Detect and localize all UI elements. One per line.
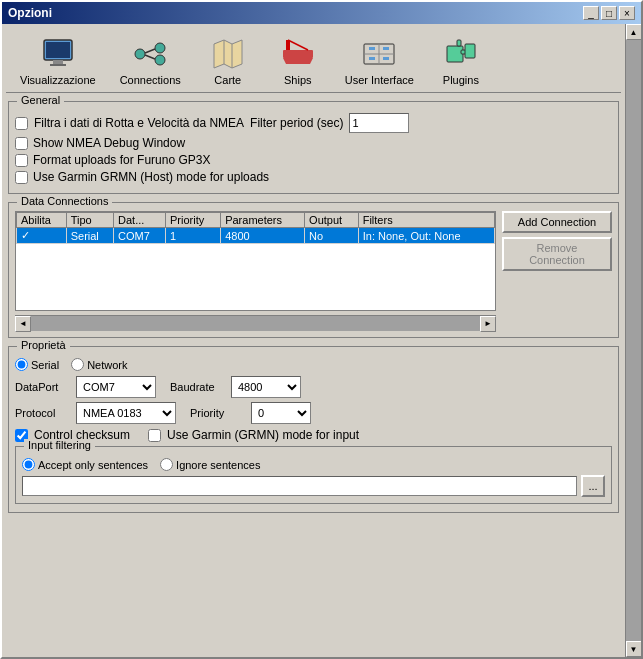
svg-rect-20 [383,47,389,50]
title-bar: Opzioni _ □ × [2,2,641,24]
minimize-button[interactable]: _ [583,6,599,20]
table-row[interactable]: ✓ Serial COM7 1 4800 No In: None, Out: N… [17,228,495,244]
dc-buttons: Add Connection Remove Connection [502,211,612,331]
close-button[interactable]: × [619,6,635,20]
col-parameters: Parameters [221,213,305,228]
dataport-select[interactable]: COM7 COM1 COM2 COM3 COM4 COM5 COM6 COM8 [76,376,156,398]
protocol-select[interactable]: NMEA 0183 NMEA 2000 [76,402,176,424]
svg-rect-1 [46,42,70,58]
data-connections-section: Data Connections Abilita Tipo Dat... [8,202,619,338]
toolbar-label-visualizzazione: Visualizzazione [20,74,96,86]
svg-rect-26 [465,44,475,58]
carte-icon [210,36,246,72]
ignore-sentences-text: Ignore sentences [176,459,260,471]
use-garmin-input-label: Use Garmin (GRMN) mode for input [167,428,359,442]
filter-period-input[interactable] [349,113,409,133]
connections-table: Abilita Tipo Dat... Priority Parameters … [16,212,495,244]
toolbar-item-plugins[interactable]: Plugins [426,32,496,90]
ignore-sentences-label[interactable]: Ignore sentences [160,458,260,471]
col-abilita: Abilita [17,213,67,228]
toolbar-item-carte[interactable]: Carte [193,32,263,90]
cell-abilita: ✓ [17,228,67,244]
use-garmin-uploads-checkbox[interactable] [15,171,28,184]
cell-priority: 1 [166,228,221,244]
priority-select[interactable]: 0 1 2 3 [251,402,311,424]
toolbar-label-user-interface: User Interface [345,74,414,86]
monitor-icon [40,36,76,72]
protocol-label: Protocol [15,407,70,419]
format-uploads-checkbox[interactable] [15,154,28,167]
filter-text-input[interactable] [22,476,577,496]
toolbar-item-user-interface[interactable]: User Interface [333,32,426,90]
svg-line-7 [145,49,155,53]
general-section-title: General [17,94,64,106]
col-priority: Priority [166,213,221,228]
ships-icon [280,36,316,72]
svg-point-4 [135,49,145,59]
user-interface-icon [361,36,397,72]
data-connections-inner: Abilita Tipo Dat... Priority Parameters … [15,211,612,331]
show-nmea-checkbox[interactable] [15,137,28,150]
baudrate-select[interactable]: 4800 9600 19200 38400 57600 115200 [231,376,301,398]
accept-sentences-label[interactable]: Accept only sentences [22,458,148,471]
input-filtering-title: Input filtering [24,439,95,451]
cell-dat: COM7 [114,228,166,244]
toolbar-label-carte: Carte [214,74,241,86]
col-filters: Filters [358,213,494,228]
scroll-up-button[interactable]: ▲ [626,24,642,40]
col-tipo: Tipo [66,213,113,228]
checksum-row: Control checksum Use Garmin (GRMN) mode … [15,428,612,442]
scroll-down-button[interactable]: ▼ [626,641,642,657]
scroll-track-vertical[interactable] [626,40,641,641]
main-area: Visualizzazione Connections [2,24,625,657]
connections-table-container: Abilita Tipo Dat... Priority Parameters … [15,211,496,311]
maximize-button[interactable]: □ [601,6,617,20]
use-garmin-input-checkbox[interactable] [148,429,161,442]
svg-point-5 [155,43,165,53]
toolbar-label-plugins: Plugins [443,74,479,86]
cell-tipo: Serial [66,228,113,244]
cell-filters: In: None, Out: None [358,228,494,244]
main-window: Opzioni _ □ × Visu [0,0,643,659]
proprieta-section: Proprietà Serial Network DataPort COM7 [8,346,619,513]
serial-radio-label[interactable]: Serial [15,358,59,371]
filter-nmea-label: Filtra i dati di Rotta e Velocità da NME… [34,116,244,130]
filter-nmea-checkbox[interactable] [15,117,28,130]
serial-radio[interactable] [15,358,28,371]
filtering-radio-group: Accept only sentences Ignore sentences [22,458,605,471]
toolbar-item-visualizzazione[interactable]: Visualizzazione [8,32,108,90]
ignore-sentences-radio[interactable] [160,458,173,471]
network-radio-label[interactable]: Network [71,358,127,371]
horizontal-scrollbar: ◄ ► [15,315,496,331]
input-filtering-section: Input filtering Accept only sentences Ig… [15,446,612,504]
col-dat: Dat... [114,213,166,228]
svg-rect-23 [447,46,463,62]
proprieta-title: Proprietà [17,339,70,351]
table-area: Abilita Tipo Dat... Priority Parameters … [15,211,496,331]
svg-rect-3 [50,64,66,66]
ellipsis-button[interactable]: ... [581,475,605,497]
add-connection-button[interactable]: Add Connection [502,211,612,233]
toolbar-item-ships[interactable]: Ships [263,32,333,90]
show-nmea-row: Show NMEA Debug Window [15,136,612,150]
accept-sentences-radio[interactable] [22,458,35,471]
scroll-left-button[interactable]: ◄ [15,316,31,332]
svg-rect-13 [283,50,313,58]
scroll-right-button[interactable]: ► [480,316,496,332]
priority-label: Priority [190,407,245,419]
network-label-text: Network [87,359,127,371]
accept-sentences-text: Accept only sentences [38,459,148,471]
use-garmin-uploads-row: Use Garmin GRMN (Host) mode for uploads [15,170,612,184]
svg-line-15 [288,40,308,50]
data-connections-title: Data Connections [17,195,112,207]
toolbar: Visualizzazione Connections [6,28,621,93]
general-section: General Filtra i dati di Rotta e Velocit… [8,101,619,194]
format-uploads-label: Format uploads for Furuno GP3X [33,153,210,167]
svg-rect-21 [369,57,375,60]
network-radio[interactable] [71,358,84,371]
filter-row: Filtra i dati di Rotta e Velocità da NME… [15,113,612,133]
remove-connection-button[interactable]: Remove Connection [502,237,612,271]
serial-label-text: Serial [31,359,59,371]
scroll-track[interactable] [31,316,480,331]
toolbar-item-connections[interactable]: Connections [108,32,193,90]
